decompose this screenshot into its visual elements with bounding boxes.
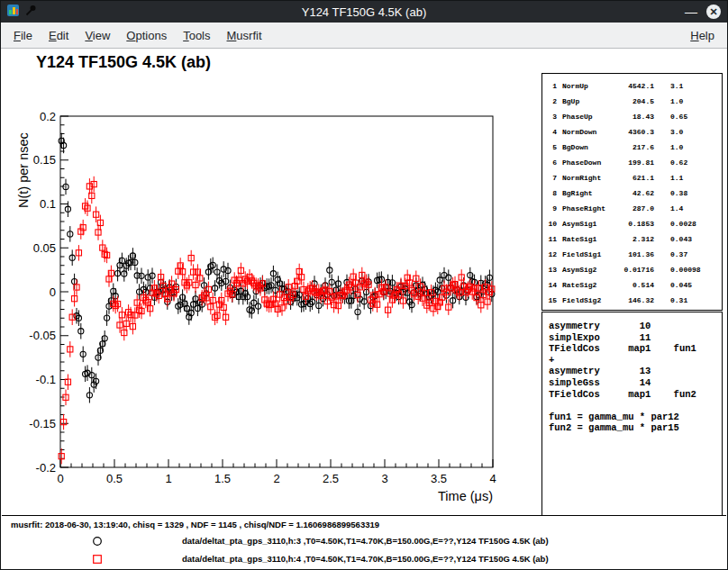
svg-text:3.5: 3.5 xyxy=(431,472,447,485)
svg-text:0.2: 0.2 xyxy=(40,110,56,123)
svg-text:N(t) per nsec: N(t) per nsec xyxy=(16,132,31,208)
param-row-PhaseUp: 3PhaseUp18.430.65 xyxy=(548,109,722,124)
svg-text:3: 3 xyxy=(381,472,387,485)
menu-file[interactable]: File xyxy=(5,24,41,47)
legend-entry-1: data/deltat_pta_gps_3110,h:3 ,T0=4.50K,T… xyxy=(2,532,726,550)
svg-text:2: 2 xyxy=(273,472,279,485)
theory-text: asymmetry 10 simplExpo 11 TFieldCos map1… xyxy=(549,321,722,434)
svg-text:0.5: 0.5 xyxy=(106,472,123,485)
svg-text:4: 4 xyxy=(489,472,496,485)
divider-line xyxy=(2,515,726,516)
svg-text:0.15: 0.15 xyxy=(33,153,56,167)
plot-title: Y124 TF150G 4.5K (ab) xyxy=(36,53,211,72)
menubar: FileEditViewOptionsToolsMusrfit Help xyxy=(1,23,727,49)
param-row-BgDown: 5BgDown217.61.0 xyxy=(548,140,722,155)
param-row-RateSig2: 14RateSig20.5140.045 xyxy=(548,277,722,293)
legend-entry-text: data/deltat_pta_gps_3110,h:4 ,T0=4.50K,T… xyxy=(182,554,549,564)
theory-box: asymmetry 10 simplExpo 11 TFieldCos map1… xyxy=(541,312,723,516)
param-row-AsymSig1: 10AsymSig10.18530.0028 xyxy=(548,216,722,231)
menu-help[interactable]: Help xyxy=(682,24,723,47)
param-row-NormUp: 1NormUp4542.13.1 xyxy=(548,78,722,94)
asymmetry-plot[interactable]: 00.511.522.533.540.20.150.10.050-0.05-0.… xyxy=(9,77,542,514)
fit-parameters-box: 1NormUp4542.13.12BgUp204.51.03PhaseUp18.… xyxy=(541,73,723,311)
param-row-FieldSig1: 12FieldSig1101.360.37 xyxy=(548,247,722,262)
param-row-AsymSig2: 13AsymSig20.017160.00098 xyxy=(548,262,722,277)
param-row-PhaseDown: 6PhaseDown199.810.62 xyxy=(548,155,722,170)
param-row-FieldSig2: 15FieldSig2146.320.31 xyxy=(548,293,722,308)
svg-text:1: 1 xyxy=(165,472,171,485)
svg-text:-0.1: -0.1 xyxy=(36,373,56,386)
svg-text:2.5: 2.5 xyxy=(323,472,339,485)
legend: data/deltat_pta_gps_3110,h:3 ,T0=4.50K,T… xyxy=(2,532,726,568)
svg-text:0: 0 xyxy=(50,285,56,299)
fit-status-line: musrfit: 2018-06-30, 13:19:40, chisq = 1… xyxy=(11,520,379,529)
minimize-button[interactable]: — xyxy=(685,5,697,18)
svg-text:Time (μs): Time (μs) xyxy=(438,489,493,503)
app-icon[interactable] xyxy=(6,4,20,21)
titlebar: Y124 TF150G 4.5K (ab) — ✕ xyxy=(1,1,727,23)
window-title: Y124 TF150G 4.5K (ab) xyxy=(1,5,727,19)
menu-options[interactable]: Options xyxy=(118,24,175,47)
app-window: Y124 TF150G 4.5K (ab) — ✕ FileEditViewOp… xyxy=(0,0,728,570)
svg-text:-0.2: -0.2 xyxy=(36,461,56,475)
svg-text:-0.15: -0.15 xyxy=(29,417,56,430)
legend-square-icon xyxy=(91,553,104,565)
menu-edit[interactable]: Edit xyxy=(41,24,77,47)
svg-text:-0.05: -0.05 xyxy=(29,329,56,342)
close-button[interactable]: ✕ xyxy=(706,5,721,19)
svg-text:1.5: 1.5 xyxy=(214,472,231,485)
root-canvas: Y124 TF150G 4.5K (ab) 00.511.522.533.540… xyxy=(2,50,726,568)
svg-text:0.05: 0.05 xyxy=(33,241,56,255)
svg-text:0.1: 0.1 xyxy=(40,197,56,211)
menu-view[interactable]: View xyxy=(77,24,118,47)
pin-icon[interactable] xyxy=(24,4,38,21)
param-row-RateSig1: 11RateSig12.3120.043 xyxy=(548,231,722,247)
menu-musrfit[interactable]: Musrfit xyxy=(219,24,270,47)
legend-circle-icon xyxy=(91,535,104,547)
param-row-PhaseRight: 9PhaseRight287.01.4 xyxy=(548,201,722,216)
param-row-BgUp: 2BgUp204.51.0 xyxy=(548,94,722,109)
svg-text:0: 0 xyxy=(57,472,63,485)
param-row-NormDown: 4NormDown4360.33.0 xyxy=(548,124,722,140)
param-row-BgRight: 8BgRight42.620.38 xyxy=(548,185,722,201)
param-row-NormRight: 7NormRight621.11.1 xyxy=(548,170,722,185)
menu-tools[interactable]: Tools xyxy=(175,24,218,47)
legend-entry-text: data/deltat_pta_gps_3110,h:3 ,T0=4.50K,T… xyxy=(182,536,549,546)
legend-entry-2: data/deltat_pta_gps_3110,h:4 ,T0=4.50K,T… xyxy=(2,550,726,568)
